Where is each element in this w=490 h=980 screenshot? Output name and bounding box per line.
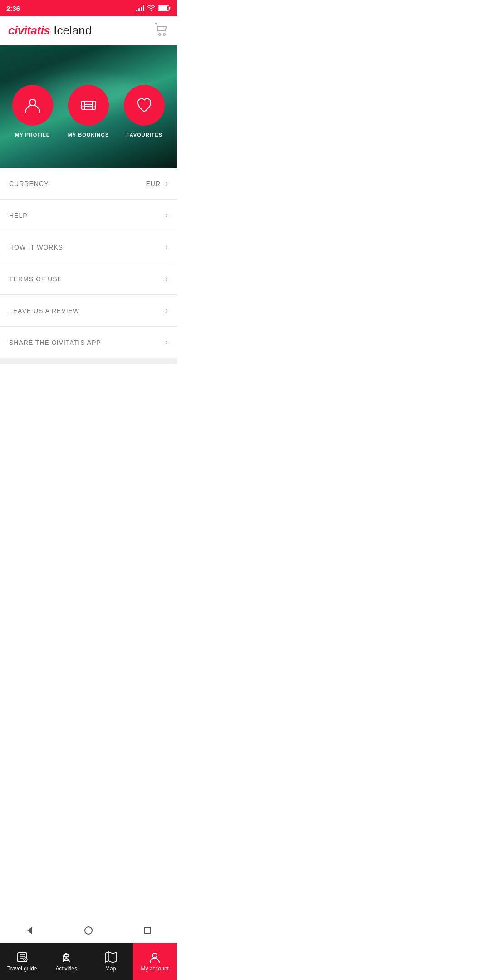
hero-banner: MY PROFILE MY BOOKINGS xyxy=(0,45,177,168)
menu-item-currency[interactable]: CURRENCY EUR › xyxy=(0,168,177,200)
favourites-group: FAVOURITES xyxy=(124,85,165,137)
heart-icon xyxy=(134,95,154,115)
logo-location: Iceland xyxy=(54,24,92,38)
status-bar: 2:36 xyxy=(0,0,177,16)
logo-brand: civitatis xyxy=(8,24,50,38)
share-chevron: › xyxy=(165,338,168,347)
signal-icon xyxy=(136,5,144,11)
my-bookings-button[interactable] xyxy=(68,85,109,126)
currency-label: CURRENCY xyxy=(9,180,49,187)
svg-point-4 xyxy=(163,34,165,35)
wifi-icon xyxy=(147,5,155,11)
svg-rect-2 xyxy=(158,6,167,10)
svg-point-7 xyxy=(82,104,84,107)
battery-icon xyxy=(158,5,171,11)
gray-divider xyxy=(0,358,177,364)
ticket-icon xyxy=(78,95,98,115)
currency-chevron: › xyxy=(165,179,168,188)
svg-point-3 xyxy=(159,34,161,35)
my-bookings-label: MY BOOKINGS xyxy=(68,132,109,137)
status-time: 2:36 xyxy=(6,5,20,12)
menu-item-help[interactable]: HELP › xyxy=(0,200,177,231)
my-profile-label: MY PROFILE xyxy=(15,132,50,137)
how-it-works-chevron: › xyxy=(165,242,168,252)
menu-item-share[interactable]: SHARE THE CIVITATIS APP › xyxy=(0,327,177,358)
terms-chevron: › xyxy=(165,274,168,284)
cart-button[interactable] xyxy=(154,23,169,39)
review-label: LEAVE US A REVIEW xyxy=(9,307,79,314)
header: civitatis Iceland xyxy=(0,16,177,45)
logo: civitatis Iceland xyxy=(8,24,92,38)
favourites-label: FAVOURITES xyxy=(127,132,162,137)
svg-rect-1 xyxy=(169,7,171,9)
my-profile-button[interactable] xyxy=(12,85,53,126)
share-label: SHARE THE CIVITATIS APP xyxy=(9,339,101,346)
menu-list: CURRENCY EUR › HELP › HOW IT WORKS › TER… xyxy=(0,168,177,358)
help-chevron: › xyxy=(165,211,168,220)
menu-item-review[interactable]: LEAVE US A REVIEW › xyxy=(0,295,177,327)
favourites-button[interactable] xyxy=(124,85,165,126)
menu-item-terms[interactable]: TERMS OF USE › xyxy=(0,263,177,295)
menu-item-how-it-works[interactable]: HOW IT WORKS › xyxy=(0,231,177,263)
user-icon xyxy=(23,95,43,115)
help-label: HELP xyxy=(9,212,28,219)
status-icons xyxy=(136,5,171,11)
svg-point-5 xyxy=(29,99,36,106)
how-it-works-label: HOW IT WORKS xyxy=(9,244,63,251)
hero-buttons-row: MY PROFILE MY BOOKINGS xyxy=(0,76,177,137)
my-bookings-group: MY BOOKINGS xyxy=(68,85,109,137)
svg-point-8 xyxy=(93,104,95,107)
terms-label: TERMS OF USE xyxy=(9,275,62,283)
my-profile-group: MY PROFILE xyxy=(12,85,53,137)
currency-value: EUR xyxy=(146,180,161,187)
review-chevron: › xyxy=(165,306,168,315)
